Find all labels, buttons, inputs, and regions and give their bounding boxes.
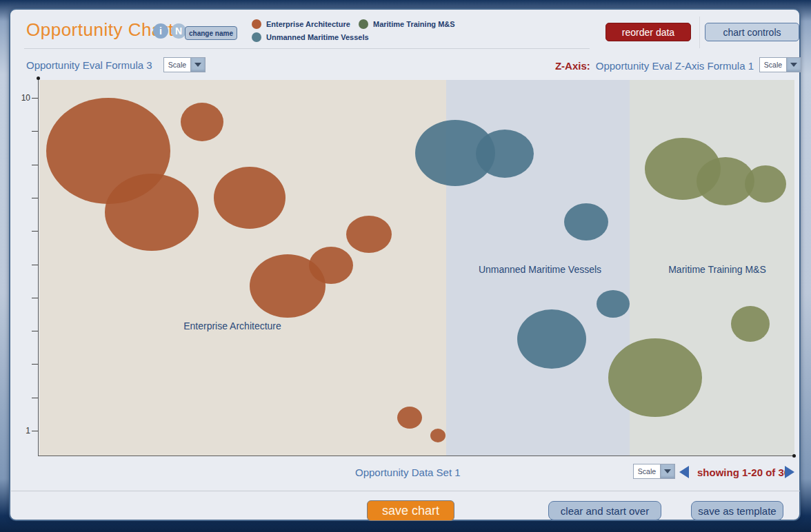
- legend-item: Unmanned Maritime Vessels: [252, 32, 369, 42]
- header-underline: [24, 48, 590, 49]
- bubble[interactable]: [564, 203, 608, 241]
- chevron-down-icon: [790, 63, 797, 67]
- z-axis-formula-label: Opportunity Eval Z-Axis Formula 1: [596, 60, 754, 72]
- info-icon[interactable]: i: [153, 23, 168, 39]
- y-axis-tick: [32, 298, 38, 298]
- y-axis-tick-label: 1: [12, 426, 30, 436]
- y-axis-scale-dropdown-button[interactable]: [191, 57, 206, 72]
- z-axis-prefix: Z-Axis:: [555, 60, 590, 72]
- page-title: Opportunity Chart: [26, 19, 174, 41]
- legend-dot-icon: [252, 19, 261, 29]
- bubble[interactable]: [731, 306, 770, 342]
- bubble[interactable]: [430, 429, 445, 442]
- y-axis-tick: [32, 198, 38, 198]
- pager-status: showing 1-20 of 30: [697, 467, 790, 478]
- zone-2-label: Unmanned Maritime Vessels: [479, 264, 601, 275]
- brand-n-glyph: N: [175, 25, 182, 37]
- change-name-button[interactable]: change name: [185, 26, 237, 40]
- bubble[interactable]: [517, 309, 586, 369]
- zone-3-label: Maritime Training M&S: [668, 264, 766, 275]
- y-axis-tick: [32, 131, 38, 132]
- zone-1-label: Enterprise Architecture: [183, 320, 281, 331]
- x-axis-line: [38, 456, 795, 456]
- bubble[interactable]: [476, 130, 534, 178]
- bubble-chart: Enterprise ArchitectureUnmanned Maritime…: [39, 80, 794, 456]
- y-axis-formula-label: Opportunity Eval Formula 3: [26, 59, 152, 71]
- bubble[interactable]: [214, 167, 286, 229]
- y-axis-line: [38, 79, 39, 456]
- bubble[interactable]: [250, 254, 326, 318]
- legend-item: Enterprise Architecture: [252, 19, 350, 29]
- bubble[interactable]: [181, 103, 223, 141]
- legend-item: Maritime Training M&S: [359, 19, 455, 29]
- legend-dot-icon: [252, 32, 261, 42]
- brand-n-icon[interactable]: N: [171, 23, 186, 39]
- x-axis-end-dot: [792, 454, 796, 458]
- y-axis-scale-value: Scale: [163, 57, 191, 72]
- bubble[interactable]: [608, 338, 702, 417]
- y-axis-tick: [32, 431, 38, 431]
- header-divider: [699, 17, 700, 48]
- info-icon-glyph: i: [159, 25, 162, 37]
- legend-dot-icon: [359, 19, 368, 29]
- x-axis-scale-value: Scale: [633, 464, 661, 479]
- y-axis-tick: [32, 265, 38, 265]
- y-axis-tick-label: 10: [12, 93, 30, 103]
- legend-label: Enterprise Architecture: [266, 20, 350, 28]
- y-axis-tick: [32, 331, 38, 331]
- y-axis-top-dot: [37, 76, 40, 80]
- y-axis-scale-dropdown[interactable]: Scale: [163, 57, 206, 72]
- y-axis-tick: [32, 165, 38, 165]
- bubble[interactable]: [597, 290, 630, 318]
- x-axis-scale-dropdown-button[interactable]: [661, 464, 675, 479]
- reorder-data-button[interactable]: reorder data: [605, 23, 691, 41]
- footer-divider: [11, 491, 800, 491]
- z-axis-scale-value: Scale: [759, 57, 787, 72]
- pager-next-icon[interactable]: [785, 466, 794, 478]
- x-axis-dataset-label: Opportunity Data Set 1: [355, 467, 461, 478]
- chevron-down-icon: [664, 469, 671, 473]
- save-as-template-button[interactable]: save as template: [691, 501, 783, 520]
- bubble[interactable]: [397, 407, 422, 429]
- save-chart-button[interactable]: save chart: [367, 500, 454, 521]
- x-axis-scale-dropdown[interactable]: Scale: [633, 464, 675, 479]
- pager-prev-icon[interactable]: [679, 466, 689, 478]
- chevron-down-icon: [194, 63, 201, 67]
- chart-controls-button[interactable]: chart controls: [705, 23, 799, 41]
- y-axis-tick: [32, 231, 38, 232]
- legend-label: Unmanned Maritime Vessels: [266, 33, 369, 41]
- legend-label: Maritime Training M&S: [373, 20, 455, 28]
- clear-and-start-over-button[interactable]: clear and start over: [548, 501, 661, 520]
- y-axis-tick: [32, 98, 38, 99]
- bubble[interactable]: [346, 216, 392, 253]
- bubble[interactable]: [745, 165, 786, 203]
- z-axis-scale-dropdown-button[interactable]: [787, 57, 801, 72]
- bubble[interactable]: [105, 174, 199, 251]
- y-axis-tick: [32, 398, 38, 398]
- z-axis-scale-dropdown[interactable]: Scale: [759, 57, 801, 72]
- y-axis-tick: [32, 364, 38, 365]
